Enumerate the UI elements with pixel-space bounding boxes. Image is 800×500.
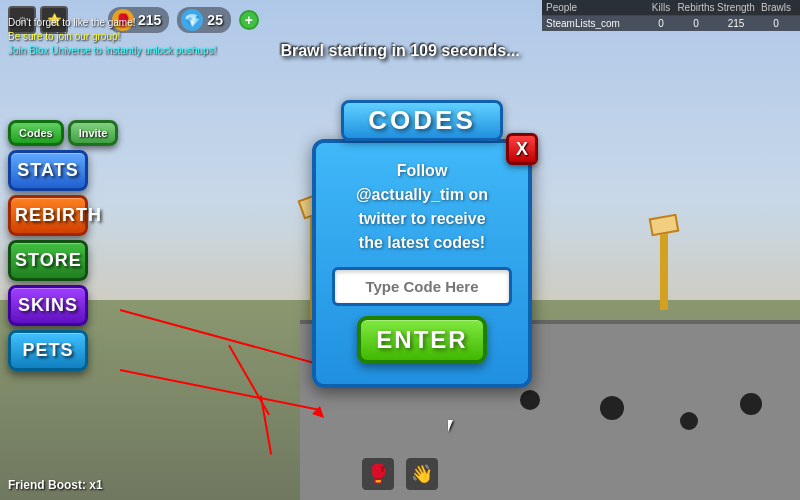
action-icon-1[interactable]: 🥊	[360, 456, 396, 492]
leaderboard-row: SteamLists_com 0 0 215 0	[542, 15, 800, 31]
sidebar-item-rebirth[interactable]: REBIRTH	[8, 195, 88, 236]
sidebar: Codes Invite STATS REBIRTH STORE SKINS P…	[8, 120, 118, 371]
invite-button[interactable]: Invite	[68, 120, 119, 146]
friend-boost: Friend Boost: x1	[8, 478, 103, 492]
notification-1: Don't forget to like the game!	[8, 16, 216, 30]
lb-player-strength: 215	[716, 18, 756, 29]
sphere	[740, 393, 762, 415]
sphere	[520, 390, 540, 410]
action-icon-2[interactable]: 👋	[404, 456, 440, 492]
enter-button[interactable]: ENTER	[357, 316, 487, 364]
codes-description: Follow@actually_tim ontwitter to receive…	[332, 159, 512, 255]
lb-player-rebirths: 0	[676, 18, 716, 29]
lb-col-strength: Strength	[716, 2, 756, 13]
add-currency-button[interactable]: +	[239, 10, 259, 30]
lb-col-rebirths: Rebirths	[676, 2, 716, 13]
lb-col-kills: Kills	[646, 2, 676, 13]
sidebar-item-skins[interactable]: SKINS	[8, 285, 88, 326]
sidebar-top-row: Codes Invite	[8, 120, 118, 146]
codes-modal-body: X Follow@actually_tim ontwitter to recei…	[312, 139, 532, 388]
notification-3: Join Blox Universe to instantly unlock p…	[8, 44, 216, 58]
lb-player-brawls: 0	[756, 18, 796, 29]
codes-modal: CODES X Follow@actually_tim ontwitter to…	[312, 100, 532, 388]
leaderboard-panel: People Kills Rebirths Strength Brawls St…	[542, 0, 800, 31]
lb-player-kills: 0	[646, 18, 676, 29]
codes-title: CODES	[341, 100, 502, 141]
code-input[interactable]	[332, 267, 512, 306]
notification-2: Be sure to join our group!	[8, 30, 216, 44]
notifications-panel: Don't forget to like the game! Be sure t…	[8, 8, 216, 58]
codes-modal-header: CODES	[312, 100, 532, 141]
bottom-center-hud: 🥊 👋	[360, 456, 440, 492]
sphere	[600, 396, 624, 420]
codes-button[interactable]: Codes	[8, 120, 64, 146]
lb-col-people: People	[546, 2, 646, 13]
sidebar-item-store[interactable]: STORE	[8, 240, 88, 281]
brawl-timer: Brawl starting in 109 seconds...	[280, 42, 519, 60]
sphere	[680, 412, 698, 430]
sidebar-item-pets[interactable]: PETS	[8, 330, 88, 371]
sidebar-item-stats[interactable]: STATS	[8, 150, 88, 191]
leaderboard-header: People Kills Rebirths Strength Brawls	[542, 0, 800, 15]
lb-player-name: SteamLists_com	[546, 18, 646, 29]
sign	[649, 214, 680, 237]
lb-col-brawls: Brawls	[756, 2, 796, 13]
